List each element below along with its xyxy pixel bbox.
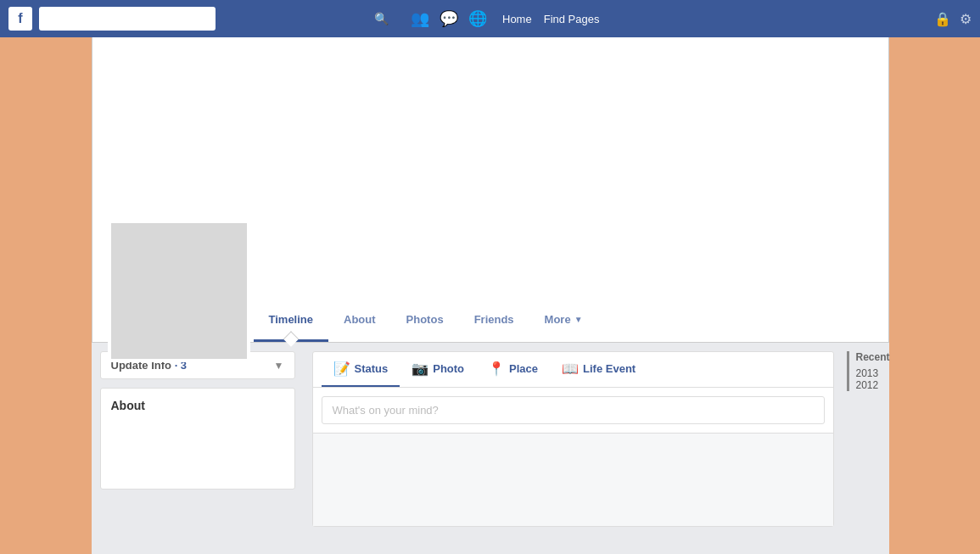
home-link[interactable]: Home — [502, 13, 532, 25]
tab-more[interactable]: More ▼ — [529, 299, 598, 342]
navbar: f 🔍 👥 💬 🌐 Home Find Pages 🔒 ⚙ — [0, 0, 980, 37]
settings-icon[interactable]: ⚙ — [960, 11, 972, 27]
right-sidebar: Recent 2013 2012 — [843, 351, 889, 535]
composer-tab-status[interactable]: 📝 Status — [322, 352, 400, 387]
place-icon: 📍 — [488, 361, 505, 377]
about-box: About — [100, 388, 295, 490]
search-input[interactable] — [39, 7, 216, 31]
composer-bottom — [313, 433, 833, 526]
about-box-title: About — [111, 399, 284, 412]
photo-icon: 📷 — [412, 361, 428, 377]
tab-timeline[interactable]: Timeline — [254, 299, 329, 342]
profile-picture[interactable] — [108, 220, 250, 362]
composer-input[interactable]: What's on your mind? — [322, 396, 825, 424]
search-icon[interactable]: 🔍 — [374, 12, 389, 25]
composer-input-area: What's on your mind? — [313, 388, 833, 433]
status-icon: 📝 — [333, 361, 350, 377]
tab-friends[interactable]: Friends — [459, 299, 529, 342]
composer-photo-label: Photo — [433, 362, 464, 375]
globe-icon[interactable]: 🌐 — [468, 9, 487, 28]
content-area: Update Info · 3 ▼ About 📝 Status — [92, 343, 889, 544]
right-content: 📝 Status 📷 Photo 📍 Place 📖 — [304, 351, 843, 535]
post-composer: 📝 Status 📷 Photo 📍 Place 📖 — [312, 351, 834, 527]
nav-icons: 👥 💬 🌐 — [411, 9, 487, 28]
tab-friends-label: Friends — [474, 313, 514, 326]
recent-year-2012[interactable]: 2012 — [856, 379, 885, 391]
recent-title: Recent — [856, 351, 885, 363]
tab-photos-label: Photos — [406, 313, 444, 326]
page-wrap: Timeline About Photos Friends More ▼ — [0, 37, 980, 554]
composer-tab-life-event[interactable]: 📖 Life Event — [550, 352, 647, 387]
chevron-down-icon: ▼ — [574, 315, 583, 324]
update-info-chevron-icon: ▼ — [274, 360, 284, 372]
cover-photo — [92, 37, 889, 300]
recent-year-2013[interactable]: 2013 — [856, 367, 885, 379]
composer-tab-place[interactable]: 📍 Place — [476, 352, 550, 387]
composer-tab-photo[interactable]: 📷 Photo — [400, 352, 476, 387]
find-pages-link[interactable]: Find Pages — [544, 13, 600, 25]
composer-tabs: 📝 Status 📷 Photo 📍 Place 📖 — [313, 352, 833, 388]
composer-life-event-label: Life Event — [583, 362, 636, 375]
search-wrap: 🔍 — [39, 7, 395, 31]
facebook-logo[interactable]: f — [8, 7, 32, 31]
tab-timeline-label: Timeline — [269, 313, 314, 326]
tab-about-label: About — [344, 313, 376, 326]
tab-photos[interactable]: Photos — [391, 299, 459, 342]
recent-section: Recent 2013 2012 — [847, 351, 885, 391]
life-event-icon: 📖 — [562, 361, 579, 377]
composer-status-label: Status — [355, 362, 389, 375]
composer-place-label: Place — [509, 362, 538, 375]
lock-icon[interactable]: 🔒 — [934, 11, 951, 27]
left-sidebar: Update Info · 3 ▼ About — [92, 351, 304, 535]
nav-right-icons: 🔒 ⚙ — [934, 11, 972, 27]
tab-about[interactable]: About — [328, 299, 391, 342]
friends-icon[interactable]: 👥 — [411, 9, 429, 28]
profile-container: Timeline About Photos Friends More ▼ — [92, 37, 889, 554]
nav-links: Home Find Pages — [502, 13, 599, 25]
messages-icon[interactable]: 💬 — [440, 9, 458, 28]
composer-placeholder: What's on your mind? — [333, 404, 439, 417]
tab-more-label: More — [545, 313, 571, 326]
